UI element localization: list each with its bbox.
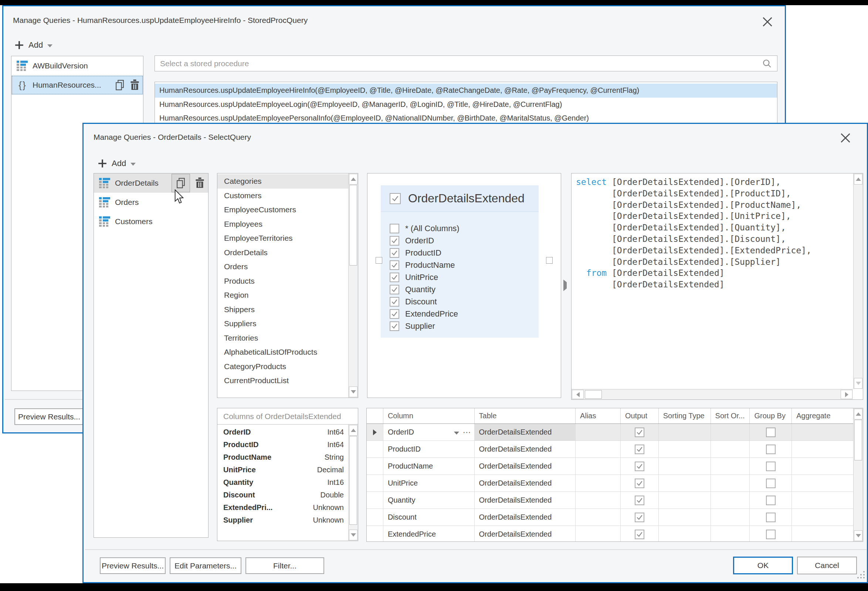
cancel-button[interactable]: Cancel (797, 557, 857, 574)
alias-cell[interactable] (576, 492, 621, 508)
close-button[interactable] (761, 15, 774, 28)
table-cell[interactable]: OrderDetailsExtended (475, 441, 576, 458)
scroll-up-button[interactable] (349, 425, 357, 436)
aggregate-cell[interactable] (792, 509, 853, 526)
scroll-thumb[interactable] (585, 390, 602, 399)
table-list-item[interactable]: CurrentProductList (217, 374, 348, 388)
field-row[interactable]: ProductID (381, 247, 539, 259)
group-by-checkbox[interactable] (766, 427, 776, 437)
stored-procedure-item[interactable]: HumanResources.uspUpdateEmployeeHireInfo… (155, 84, 777, 98)
output-checkbox[interactable] (635, 479, 644, 488)
table-cell[interactable]: OrderDetailsExtended (475, 509, 576, 526)
sorting-type-cell[interactable] (659, 441, 711, 458)
scroll-up-button[interactable] (854, 409, 862, 420)
column-info-row[interactable]: Supplier Unknown (217, 514, 358, 526)
query-list-item[interactable]: { } HumanResources... (12, 75, 143, 95)
grid-row[interactable]: ProductName OrderDetailsExtended (367, 458, 853, 475)
group-by-checkbox[interactable] (766, 462, 776, 471)
scroll-down-button[interactable] (854, 378, 862, 389)
grid-row[interactable]: UnitPrice OrderDetailsExtended (367, 475, 853, 492)
query-list-item[interactable]: AWBuildVersion (12, 56, 143, 75)
panel-expander-button[interactable] (563, 282, 567, 289)
table-list-item[interactable]: Territories (217, 331, 348, 346)
output-cell[interactable] (621, 424, 659, 440)
alias-cell[interactable] (576, 526, 621, 542)
field-checkbox[interactable] (390, 248, 399, 258)
column-cell[interactable]: OrderID ⋯ (383, 424, 475, 440)
column-cell[interactable]: ProductID (383, 441, 475, 458)
column-info-row[interactable]: ExtendedPri... Unknown (217, 501, 358, 514)
field-checkbox[interactable] (390, 309, 399, 319)
sorting-type-cell[interactable] (659, 509, 711, 526)
table-cell[interactable]: OrderDetailsExtended (475, 475, 576, 492)
table-card-orderdetailsextended[interactable]: OrderDetailsExtended * (All Columns) (381, 185, 539, 338)
table-list-item[interactable]: OrderDetails (217, 245, 348, 260)
column-cell[interactable]: ProductName (383, 458, 475, 474)
table-list-item[interactable]: Employees (217, 217, 348, 232)
resize-handle-left[interactable] (376, 257, 382, 264)
table-cell[interactable]: OrderDetailsExtended (475, 492, 576, 508)
aggregate-cell[interactable] (792, 526, 853, 542)
column-info-row[interactable]: UnitPrice Decimal (217, 463, 358, 476)
field-row[interactable]: Quantity (381, 283, 539, 296)
field-row[interactable]: Supplier (381, 320, 539, 332)
scroll-up-button[interactable] (349, 174, 357, 185)
sort-order-cell[interactable] (711, 441, 750, 458)
aggregate-cell[interactable] (792, 424, 853, 440)
aggregate-cell[interactable] (792, 492, 853, 508)
ok-button[interactable]: OK (733, 557, 793, 574)
scroll-thumb[interactable] (854, 420, 862, 461)
table-cell[interactable]: OrderDetailsExtended (475, 526, 576, 542)
edit-parameters-button[interactable]: Edit Parameters... (170, 557, 241, 574)
field-row[interactable]: UnitPrice (381, 271, 539, 283)
output-cell[interactable] (621, 526, 659, 542)
scroll-right-button[interactable] (841, 390, 852, 399)
scroll-thumb[interactable] (349, 185, 357, 266)
sort-order-cell[interactable] (711, 492, 750, 508)
grid-row[interactable]: ExtendedPrice OrderDetailsExtended (367, 526, 853, 542)
group-by-checkbox[interactable] (766, 496, 776, 505)
group-by-cell[interactable] (750, 475, 792, 492)
scroll-thumb[interactable] (349, 436, 357, 525)
group-by-checkbox[interactable] (766, 513, 776, 522)
column-cell[interactable]: ExtendedPrice (383, 526, 475, 542)
field-checkbox[interactable] (390, 321, 399, 331)
filter-button[interactable]: Filter... (245, 557, 324, 574)
output-checkbox[interactable] (635, 530, 644, 539)
field-checkbox[interactable] (390, 273, 399, 282)
output-checkbox[interactable] (635, 445, 644, 454)
query-list-item[interactable]: Customers (94, 212, 208, 231)
close-button[interactable] (839, 131, 852, 145)
sort-order-cell[interactable] (711, 526, 750, 542)
grid-row[interactable]: Quantity OrderDetailsExtended (367, 492, 853, 509)
sort-order-cell[interactable] (711, 458, 750, 474)
sort-order-cell[interactable] (711, 424, 750, 440)
table-list-item[interactable]: EmployeeTerritories (217, 231, 348, 245)
output-cell[interactable] (621, 509, 659, 526)
alias-cell[interactable] (576, 475, 621, 492)
scroll-down-button[interactable] (349, 387, 357, 397)
table-list-item[interactable]: CategoryProducts (217, 359, 348, 374)
alias-cell[interactable] (576, 458, 621, 474)
query-list-item[interactable]: Orders (94, 193, 208, 212)
column-info-row[interactable]: Quantity Int16 (217, 476, 358, 489)
field-checkbox[interactable] (390, 260, 399, 270)
field-row[interactable]: * (All Columns) (381, 222, 539, 235)
column-info-row[interactable]: ProductName String (217, 451, 358, 463)
table-list-item[interactable]: EmployeeCustomers (217, 203, 348, 217)
scroll-up-button[interactable] (854, 174, 862, 185)
sorting-type-cell[interactable] (659, 424, 711, 440)
grid-row[interactable]: Discount OrderDetailsExtended (367, 509, 853, 526)
grid-header-sort-order[interactable]: Sort Or... (711, 408, 750, 424)
table-list-item[interactable]: Suppliers (217, 316, 348, 331)
grid-header-alias[interactable]: Alias (576, 408, 621, 424)
scroll-left-button[interactable] (572, 390, 584, 399)
scroll-down-button[interactable] (349, 530, 357, 540)
group-by-cell[interactable] (750, 441, 792, 458)
field-checkbox[interactable] (390, 285, 399, 294)
tables-scrollbar[interactable] (348, 173, 358, 397)
field-row[interactable]: Discount (381, 296, 539, 308)
output-checkbox[interactable] (635, 513, 644, 522)
table-list-item[interactable]: Shippers (217, 303, 348, 317)
table-list-item[interactable]: Orders (217, 260, 348, 274)
